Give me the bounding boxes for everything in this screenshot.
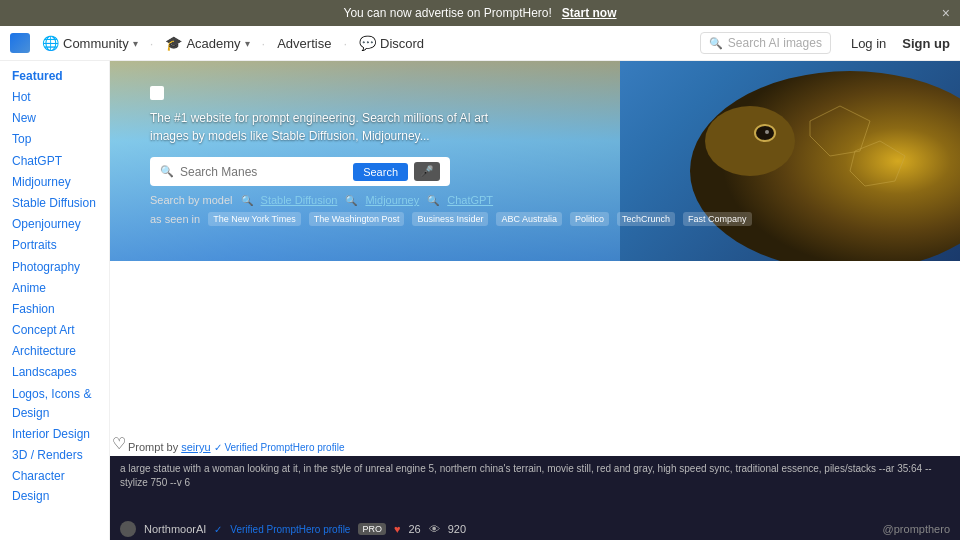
sidebar-item-anime[interactable]: Anime (12, 278, 97, 299)
search-icon-model: 🔍 (241, 195, 253, 206)
community-label: Community (63, 36, 129, 51)
username[interactable]: NorthmoorAI (144, 523, 206, 535)
login-button[interactable]: Log in (851, 36, 886, 51)
as-seen-label: as seen in (150, 213, 200, 225)
hero-search-icon: 🔍 (160, 165, 174, 178)
academy-label: Academy (186, 36, 240, 51)
prompt-author-area: Prompt by seiryu ✓ Verified PromptHero p… (128, 441, 344, 453)
nav-divider-3: · (343, 36, 347, 51)
verified-label: Verified PromptHero profile (230, 524, 350, 535)
hero-as-seen-section: as seen in The New York Times The Washin… (150, 212, 752, 226)
nav-discord[interactable]: 💬 Discord (359, 35, 424, 51)
sidebar-item-hot[interactable]: Hot (12, 87, 97, 108)
sidebar-item-photography[interactable]: Photography (12, 257, 97, 278)
search-icon-mj: 🔍 (345, 195, 357, 206)
nav-advertise[interactable]: Advertise (277, 36, 331, 51)
hero-banner: The #1 website for prompt engineering. S… (110, 61, 960, 261)
media-abc: ABC Australia (496, 212, 562, 226)
sidebar-item-chatgpt[interactable]: ChatGPT (12, 151, 97, 172)
navbar: 🌐 Community ▾ · 🎓 Academy ▾ · Advertise … (0, 26, 960, 61)
sidebar-item-top[interactable]: Top (12, 129, 97, 150)
hero-search-button[interactable]: Search (353, 163, 408, 181)
academy-chevron-icon: ▾ (245, 38, 250, 49)
sidebar-item-architecture[interactable]: Architecture (12, 341, 97, 362)
media-politico: Politico (570, 212, 609, 226)
heart-count-icon: ♥ (394, 523, 401, 535)
main-layout: Featured Hot New Top ChatGPT Midjourney … (0, 61, 960, 540)
signup-button[interactable]: Sign up (902, 36, 950, 51)
media-bi: Business Insider (412, 212, 488, 226)
media-wapo: The Washington Post (309, 212, 405, 226)
advertise-label: Advertise (277, 36, 331, 51)
main-content: The #1 website for prompt engineering. S… (110, 61, 960, 540)
prompt-label-area: ♡ (112, 434, 126, 453)
close-icon[interactable]: × (942, 5, 950, 21)
sidebar-item-logos[interactable]: Logos, Icons & Design (12, 384, 97, 424)
svg-point-3 (765, 130, 769, 134)
verified-check-icon: ✓ Verified PromptHero profile (214, 442, 345, 453)
hero-search-input[interactable] (180, 165, 347, 179)
heart-count: 26 (408, 523, 420, 535)
announcement-text: You can now advertise on PromptHero! (343, 6, 551, 20)
prompt-by: by (167, 441, 182, 453)
sidebar-item-midjourney[interactable]: Midjourney (12, 172, 97, 193)
svg-point-2 (755, 125, 775, 141)
announcement-bar: You can now advertise on PromptHero! Sta… (0, 0, 960, 26)
sidebar-item-concept-art[interactable]: Concept Art (12, 320, 97, 341)
sidebar-item-character-design[interactable]: Character Design (12, 466, 97, 506)
prompt-author-link[interactable]: seiryu (181, 441, 210, 453)
model-chatgpt[interactable]: ChatGPT (447, 194, 493, 206)
site-logo[interactable] (10, 33, 30, 53)
prompt-text: Prompt (128, 441, 163, 453)
hero-mic-button[interactable]: 🎤 (414, 162, 440, 181)
academy-icon: 🎓 (165, 35, 182, 51)
sidebar-item-3d-renders[interactable]: 3D / Renders (12, 445, 97, 466)
sidebar: Featured Hot New Top ChatGPT Midjourney … (0, 61, 110, 540)
nav-academy[interactable]: 🎓 Academy ▾ (165, 35, 249, 51)
hero-model-section: Search by model 🔍 Stable Diffusion 🔍 Mid… (150, 194, 752, 206)
view-count: 920 (448, 523, 466, 535)
nav-community[interactable]: 🌐 Community ▾ (42, 35, 138, 51)
hero-logo-icon (150, 86, 164, 100)
media-fastcompany: Fast Company (683, 212, 752, 226)
sidebar-featured-title: Featured (12, 69, 97, 83)
community-chevron-icon: ▾ (133, 38, 138, 49)
sidebar-item-new[interactable]: New (12, 108, 97, 129)
user-avatar (120, 521, 136, 537)
sidebar-item-openjourney[interactable]: Openjourney (12, 214, 97, 235)
media-nyt: The New York Times (208, 212, 301, 226)
sidebar-item-fashion[interactable]: Fashion (12, 299, 97, 320)
hero-content: The #1 website for prompt engineering. S… (150, 86, 752, 226)
announcement-cta[interactable]: Start now (562, 6, 617, 20)
nav-search-placeholder: Search AI images (728, 36, 822, 50)
bottom-meta: NorthmoorAI ✓ Verified PromptHero profil… (120, 521, 950, 537)
verified-icon: ✓ (214, 524, 222, 535)
sidebar-item-landscapes[interactable]: Landscapes (12, 362, 97, 383)
nav-divider-2: · (262, 36, 266, 51)
sidebar-item-stable-diffusion[interactable]: Stable Diffusion (12, 193, 97, 214)
nav-divider-1: · (150, 36, 154, 51)
community-icon: 🌐 (42, 35, 59, 51)
hero-search-bar[interactable]: 🔍 Search 🎤 (150, 157, 450, 186)
prompthero-logo-bottom: @prompthero (883, 523, 950, 535)
search-icon-chatgpt: 🔍 (427, 195, 439, 206)
nav-search-box[interactable]: 🔍 Search AI images (700, 32, 831, 54)
nav-search-icon: 🔍 (709, 37, 723, 50)
eye-icon: 👁 (429, 523, 440, 535)
image-caption: a large statue with a woman looking at i… (120, 462, 950, 490)
discord-icon: 💬 (359, 35, 376, 51)
model-stable-diffusion[interactable]: Stable Diffusion (261, 194, 338, 206)
bottom-strip: a large statue with a woman looking at i… (110, 456, 960, 540)
media-techcrunch: TechCrunch (617, 212, 675, 226)
hero-title: The #1 website for prompt engineering. S… (150, 109, 490, 145)
sidebar-item-interior-design[interactable]: Interior Design (12, 424, 97, 445)
pro-badge: PRO (358, 523, 386, 535)
discord-label: Discord (380, 36, 424, 51)
heart-icon-left[interactable]: ♡ (112, 434, 126, 453)
hero-model-label: Search by model (150, 194, 233, 206)
model-midjourney[interactable]: Midjourney (365, 194, 419, 206)
sidebar-item-portraits[interactable]: Portraits (12, 235, 97, 256)
